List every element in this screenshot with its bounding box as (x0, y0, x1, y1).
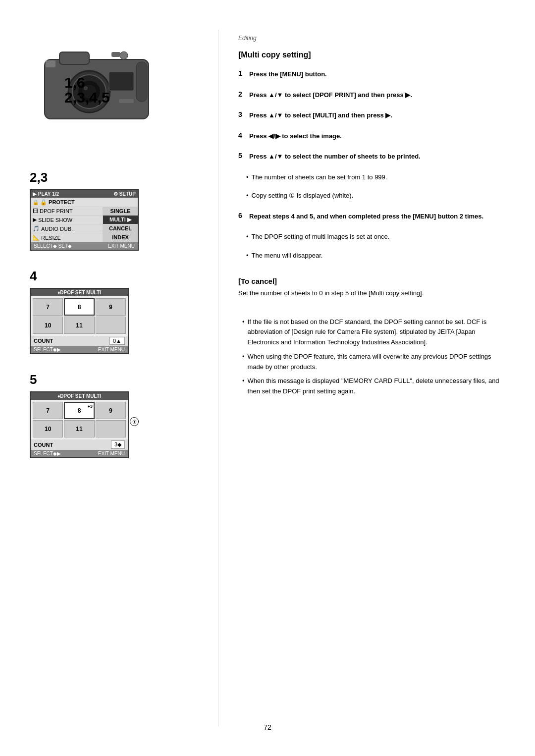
step-3-num: 3 (238, 110, 245, 120)
step-5-text: Press ▲/▼ to select the number of sheets… (249, 152, 421, 162)
step-4: 4 Press ◀/▶ to select the image. (238, 131, 505, 141)
svg-rect-8 (111, 52, 120, 57)
dpof-cell-5-empty (96, 420, 126, 437)
dpof-cell-9: 9 (96, 298, 126, 316)
dpof-cell-5-10: 10 (33, 420, 63, 437)
bullet-dot-2: • (246, 191, 249, 201)
note-text-1: If the file is not based on the DCF stan… (248, 317, 505, 348)
camera-label-2345: 2,3,4,5 (64, 89, 110, 106)
dpof-count-value-5: 3◆ (111, 440, 125, 449)
note-text-3: When this message is displayed "MEMORY C… (248, 376, 505, 397)
bullet-text-6-1: The DPOF setting of multi images is set … (252, 232, 390, 242)
step-5: 5 Press ▲/▼ to select the number of shee… (238, 152, 505, 162)
bullet-text-5-1: The number of sheets can be set from 1 t… (252, 172, 387, 182)
step-2: 2 Press ▲/▼ to select [DPOF PRINT] and t… (238, 90, 505, 100)
note-3: • When this message is displayed "MEMORY… (238, 376, 505, 397)
menu-header-right: ⚙ SETUP (113, 191, 136, 197)
dpof-count-label-5: COUNT (34, 442, 53, 448)
dpof-cell-5-7: 7 (33, 402, 63, 419)
dpof-cell-11: 11 (64, 317, 94, 334)
svg-rect-13 (109, 72, 134, 91)
section-label: Editing (238, 35, 505, 42)
dpof-count-label-4: COUNT (34, 338, 53, 344)
dpof-cell-7: 7 (33, 298, 63, 316)
step-2-3-label: 2,3 (30, 170, 139, 185)
dpof-cell-5-8: 8 ♦3 (64, 402, 94, 419)
note-text-2: When using the DPOF feature, this camera… (248, 352, 505, 373)
dpof-header-4: ♦DPOF SET MULTI (57, 290, 101, 295)
menu-screen: ▶ PLAY 1/2 ⚙ SETUP 🔒 🔒 PROTECT 🎞DPOF PRI… (30, 189, 139, 251)
svg-rect-12 (119, 99, 134, 103)
cancel-section: [To cancel] Set the number of sheets to … (238, 272, 505, 303)
bullet-dot-1: • (246, 172, 249, 182)
svg-point-7 (120, 52, 128, 59)
menu-protect-row: 🔒 🔒 PROTECT (33, 199, 75, 206)
bullet-5-1: • The number of sheets can be set from 1… (238, 172, 505, 182)
cancel-heading: [To cancel] (238, 277, 505, 285)
step-4-num: 4 (238, 131, 245, 141)
step-1-num: 1 (238, 69, 245, 79)
bullet-5-2: • Copy setting ① is displayed (white). (238, 191, 505, 201)
dpof-screen-4: ♦DPOF SET MULTI 7 8 9 10 11 COUNT 0▲ SEL… (30, 288, 129, 354)
dpof-cell-10: 10 (33, 317, 63, 334)
bullet-dot-4: • (246, 251, 249, 261)
step-3: 3 Press ▲/▼ to select [MULTI] and then p… (238, 110, 505, 120)
menu-footer-right: EXIT MENU (108, 243, 135, 249)
step-6: 6 Repeat steps 4 and 5, and when complet… (238, 212, 505, 221)
bullet-text-5-2: Copy setting ① is displayed (white). (252, 191, 354, 201)
step-5-num: 5 (238, 152, 245, 162)
step-4-label: 4 (30, 269, 129, 284)
camera-label-16: 1,6 (64, 74, 110, 91)
note-bullet-2: • (242, 352, 245, 373)
notes-section: • If the file is not based on the DCF st… (238, 317, 505, 401)
step-2-text: Press ▲/▼ to select [DPOF PRINT] and the… (249, 90, 412, 100)
step-3-text: Press ▲/▼ to select [MULTI] and then pre… (249, 110, 392, 120)
dpof-cell-8: 8 (64, 298, 94, 316)
dpof-footer-left-4: SELECT◆▶ (34, 347, 61, 352)
note-bullet-3: • (242, 376, 245, 397)
dpof-header-5: ♦DPOF SET MULTI (57, 393, 101, 399)
step-1-text: Press the [MENU] button. (249, 69, 327, 79)
step-2-num: 2 (238, 90, 245, 100)
bullet-6-1: • The DPOF setting of multi images is se… (238, 232, 505, 242)
section-heading: [Multi copy setting] (238, 51, 505, 59)
cancel-text: Set the number of sheets to 0 in step 5 … (238, 288, 505, 298)
dpof-footer-right-4: EXIT MENU (98, 347, 125, 352)
circle-indicator: ① (130, 417, 139, 426)
step-6-text: Repeat steps 4 and 5, and when completed… (249, 212, 483, 221)
svg-rect-9 (136, 62, 147, 102)
step-5-label: 5 (30, 372, 129, 387)
step-6-num: 6 (238, 212, 245, 221)
menu-footer-left: SELECT◆ SET◆ (34, 243, 72, 249)
dpof-cell-5-9: 9 (96, 402, 126, 419)
step-4-text: Press ◀/▶ to select the image. (249, 131, 342, 141)
svg-rect-1 (59, 52, 89, 64)
dpof-footer-left-5: SELECT◆▶ (34, 451, 61, 456)
note-1: • If the file is not based on the DCF st… (238, 317, 505, 348)
menu-header-left: ▶ PLAY 1/2 (33, 191, 59, 197)
dpof-footer-right-5: EXIT MENU (98, 451, 125, 456)
note-bullet-1: • (242, 317, 245, 348)
column-divider (218, 30, 218, 726)
page-number: 72 (264, 723, 271, 731)
dpof-screen-5: ♦DPOF SET MULTI 7 8 ♦3 9 10 11 COUNT 3◆ (30, 391, 129, 458)
note-2: • When using the DPOF feature, this came… (238, 352, 505, 373)
dpof-cell-5-11: 11 (64, 420, 94, 437)
svg-rect-14 (46, 60, 55, 67)
bullet-dot-3: • (246, 232, 249, 242)
step-1: 1 Press the [MENU] button. (238, 69, 505, 79)
bullet-text-6-2: The menu will disappear. (252, 251, 323, 261)
dpof-count-value-4: 0▲ (109, 337, 125, 345)
dpof-cell-empty (96, 317, 126, 334)
bullet-6-2: • The menu will disappear. (238, 251, 505, 261)
